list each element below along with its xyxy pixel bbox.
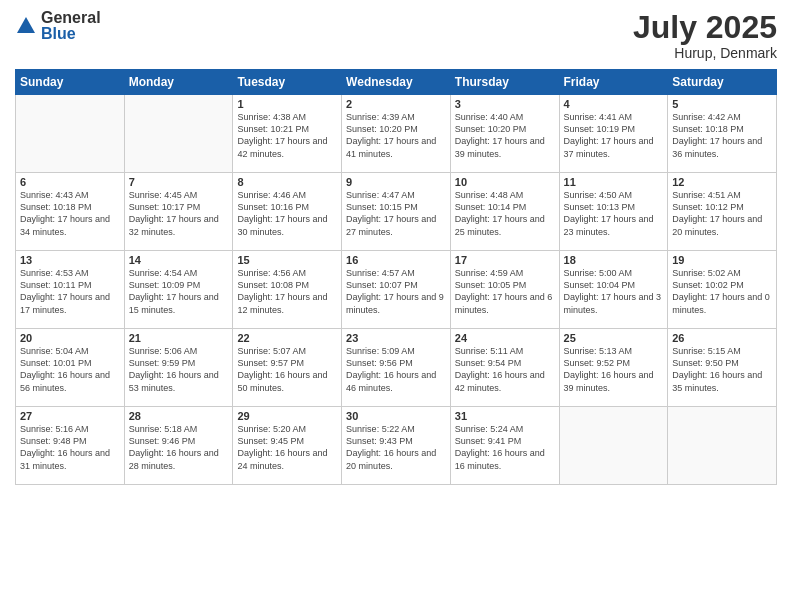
day-number: 14 [129,254,229,266]
table-row: 2Sunrise: 4:39 AM Sunset: 10:20 PM Dayli… [342,95,451,173]
day-info: Sunrise: 4:54 AM Sunset: 10:09 PM Daylig… [129,267,229,316]
location: Hurup, Denmark [633,45,777,61]
day-number: 4 [564,98,664,110]
table-row: 9Sunrise: 4:47 AM Sunset: 10:15 PM Dayli… [342,173,451,251]
table-row: 1Sunrise: 4:38 AM Sunset: 10:21 PM Dayli… [233,95,342,173]
day-number: 7 [129,176,229,188]
day-info: Sunrise: 5:22 AM Sunset: 9:43 PM Dayligh… [346,423,446,472]
day-number: 17 [455,254,555,266]
table-row: 5Sunrise: 4:42 AM Sunset: 10:18 PM Dayli… [668,95,777,173]
day-info: Sunrise: 5:15 AM Sunset: 9:50 PM Dayligh… [672,345,772,394]
day-info: Sunrise: 4:50 AM Sunset: 10:13 PM Daylig… [564,189,664,238]
day-info: Sunrise: 4:43 AM Sunset: 10:18 PM Daylig… [20,189,120,238]
day-number: 28 [129,410,229,422]
logo: General Blue [15,10,101,42]
header-sunday: Sunday [16,70,125,95]
day-number: 5 [672,98,772,110]
day-info: Sunrise: 5:13 AM Sunset: 9:52 PM Dayligh… [564,345,664,394]
calendar-week-row: 20Sunrise: 5:04 AM Sunset: 10:01 PM Dayl… [16,329,777,407]
table-row: 22Sunrise: 5:07 AM Sunset: 9:57 PM Dayli… [233,329,342,407]
calendar-week-row: 6Sunrise: 4:43 AM Sunset: 10:18 PM Dayli… [16,173,777,251]
calendar-table: Sunday Monday Tuesday Wednesday Thursday… [15,69,777,485]
table-row: 7Sunrise: 4:45 AM Sunset: 10:17 PM Dayli… [124,173,233,251]
table-row: 29Sunrise: 5:20 AM Sunset: 9:45 PM Dayli… [233,407,342,485]
title-block: July 2025 Hurup, Denmark [633,10,777,61]
table-row [124,95,233,173]
header-friday: Friday [559,70,668,95]
table-row: 4Sunrise: 4:41 AM Sunset: 10:19 PM Dayli… [559,95,668,173]
day-number: 30 [346,410,446,422]
logo-general-text: General [41,10,101,26]
table-row: 12Sunrise: 4:51 AM Sunset: 10:12 PM Dayl… [668,173,777,251]
table-row [668,407,777,485]
logo-blue-text: Blue [41,26,101,42]
day-info: Sunrise: 4:38 AM Sunset: 10:21 PM Daylig… [237,111,337,160]
table-row: 3Sunrise: 4:40 AM Sunset: 10:20 PM Dayli… [450,95,559,173]
day-number: 22 [237,332,337,344]
logo-icon [15,15,37,37]
header-tuesday: Tuesday [233,70,342,95]
day-info: Sunrise: 5:11 AM Sunset: 9:54 PM Dayligh… [455,345,555,394]
table-row: 18Sunrise: 5:00 AM Sunset: 10:04 PM Dayl… [559,251,668,329]
day-number: 26 [672,332,772,344]
header-wednesday: Wednesday [342,70,451,95]
table-row: 19Sunrise: 5:02 AM Sunset: 10:02 PM Dayl… [668,251,777,329]
day-info: Sunrise: 4:51 AM Sunset: 10:12 PM Daylig… [672,189,772,238]
day-info: Sunrise: 5:16 AM Sunset: 9:48 PM Dayligh… [20,423,120,472]
table-row: 26Sunrise: 5:15 AM Sunset: 9:50 PM Dayli… [668,329,777,407]
calendar-week-row: 13Sunrise: 4:53 AM Sunset: 10:11 PM Dayl… [16,251,777,329]
day-number: 11 [564,176,664,188]
table-row [16,95,125,173]
table-row: 30Sunrise: 5:22 AM Sunset: 9:43 PM Dayli… [342,407,451,485]
day-info: Sunrise: 5:18 AM Sunset: 9:46 PM Dayligh… [129,423,229,472]
day-info: Sunrise: 4:42 AM Sunset: 10:18 PM Daylig… [672,111,772,160]
day-number: 8 [237,176,337,188]
table-row [559,407,668,485]
header-thursday: Thursday [450,70,559,95]
day-info: Sunrise: 5:06 AM Sunset: 9:59 PM Dayligh… [129,345,229,394]
table-row: 6Sunrise: 4:43 AM Sunset: 10:18 PM Dayli… [16,173,125,251]
day-number: 13 [20,254,120,266]
table-row: 14Sunrise: 4:54 AM Sunset: 10:09 PM Dayl… [124,251,233,329]
weekday-header-row: Sunday Monday Tuesday Wednesday Thursday… [16,70,777,95]
day-number: 24 [455,332,555,344]
day-number: 10 [455,176,555,188]
day-info: Sunrise: 5:07 AM Sunset: 9:57 PM Dayligh… [237,345,337,394]
day-number: 21 [129,332,229,344]
table-row: 15Sunrise: 4:56 AM Sunset: 10:08 PM Dayl… [233,251,342,329]
day-info: Sunrise: 4:53 AM Sunset: 10:11 PM Daylig… [20,267,120,316]
table-row: 10Sunrise: 4:48 AM Sunset: 10:14 PM Dayl… [450,173,559,251]
day-number: 1 [237,98,337,110]
day-number: 29 [237,410,337,422]
day-info: Sunrise: 4:57 AM Sunset: 10:07 PM Daylig… [346,267,446,316]
day-number: 16 [346,254,446,266]
header-monday: Monday [124,70,233,95]
day-number: 12 [672,176,772,188]
logo-text: General Blue [41,10,101,42]
day-info: Sunrise: 4:59 AM Sunset: 10:05 PM Daylig… [455,267,555,316]
day-number: 15 [237,254,337,266]
day-info: Sunrise: 5:09 AM Sunset: 9:56 PM Dayligh… [346,345,446,394]
table-row: 17Sunrise: 4:59 AM Sunset: 10:05 PM Dayl… [450,251,559,329]
day-info: Sunrise: 4:56 AM Sunset: 10:08 PM Daylig… [237,267,337,316]
table-row: 21Sunrise: 5:06 AM Sunset: 9:59 PM Dayli… [124,329,233,407]
page: General Blue July 2025 Hurup, Denmark Su… [0,0,792,612]
calendar-week-row: 27Sunrise: 5:16 AM Sunset: 9:48 PM Dayli… [16,407,777,485]
header: General Blue July 2025 Hurup, Denmark [15,10,777,61]
day-number: 18 [564,254,664,266]
day-number: 6 [20,176,120,188]
header-saturday: Saturday [668,70,777,95]
calendar-week-row: 1Sunrise: 4:38 AM Sunset: 10:21 PM Dayli… [16,95,777,173]
day-number: 27 [20,410,120,422]
day-number: 25 [564,332,664,344]
day-info: Sunrise: 4:41 AM Sunset: 10:19 PM Daylig… [564,111,664,160]
table-row: 28Sunrise: 5:18 AM Sunset: 9:46 PM Dayli… [124,407,233,485]
day-number: 23 [346,332,446,344]
table-row: 24Sunrise: 5:11 AM Sunset: 9:54 PM Dayli… [450,329,559,407]
day-number: 3 [455,98,555,110]
table-row: 27Sunrise: 5:16 AM Sunset: 9:48 PM Dayli… [16,407,125,485]
table-row: 13Sunrise: 4:53 AM Sunset: 10:11 PM Dayl… [16,251,125,329]
day-number: 20 [20,332,120,344]
day-info: Sunrise: 4:47 AM Sunset: 10:15 PM Daylig… [346,189,446,238]
day-info: Sunrise: 4:40 AM Sunset: 10:20 PM Daylig… [455,111,555,160]
